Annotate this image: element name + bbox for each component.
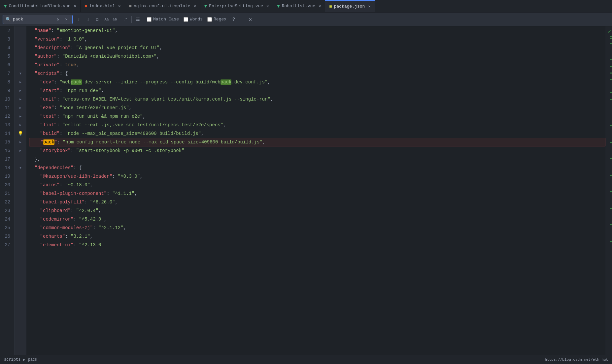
gutter-9[interactable]: ▶ (15, 86, 26, 95)
search-prev-btn[interactable]: ⇧ (75, 15, 83, 24)
tab-close-btn[interactable]: ✕ (368, 4, 370, 9)
code-line-15: "back": "npm config_report=true node --m… (29, 138, 605, 146)
code-indent (29, 86, 40, 95)
code-value: "webpack-dev-server --inline --progress … (59, 78, 267, 86)
tab-close-btn[interactable]: ✕ (319, 4, 321, 9)
code-colon: : (57, 138, 63, 146)
search-separator2 (241, 16, 241, 23)
arrow-icon-9[interactable]: ▶ (19, 89, 21, 93)
code-colon: : (73, 164, 79, 172)
right-indicator-3 (610, 43, 612, 44)
line-num-16: 16 (3, 146, 10, 155)
arrow-icon-10[interactable]: ▶ (19, 97, 21, 101)
code-value: "^2.13.0" (79, 241, 104, 249)
right-indicator-4 (610, 59, 612, 60)
code-comma: , (140, 172, 143, 181)
words-label: Words (190, 17, 203, 22)
match-case-checkbox[interactable] (147, 17, 152, 22)
gutter-7[interactable]: ▼ (15, 69, 26, 78)
gutter-16[interactable]: ▶ (15, 146, 26, 155)
search-close-btn[interactable]: ✕ (249, 16, 252, 23)
code-indent (29, 189, 40, 198)
right-indicator-6 (610, 73, 612, 74)
match-case-option[interactable]: Match Case (147, 17, 179, 22)
search-regex-icon[interactable]: .* (121, 15, 129, 24)
code-indent (29, 241, 40, 249)
code-line-18: "dependencies": { (29, 164, 605, 172)
tab-index-html[interactable]: ■ index.html ✕ (81, 0, 125, 13)
code-key: "element-ui" (40, 241, 74, 249)
tab-close-btn[interactable]: ✕ (74, 4, 76, 9)
code-comma: , (159, 44, 162, 52)
arrow-icon-11[interactable]: ▶ (19, 106, 21, 110)
gutter-13[interactable]: ▶ (15, 121, 26, 129)
tab-nginx-conf[interactable]: ■ nginx.conf.ui.template ✕ (125, 0, 200, 13)
code-colon: : (73, 241, 79, 249)
code-indent (29, 198, 40, 206)
tab-enterprise-setting[interactable]: ▼ EnterpriseSetting.vue ✕ (200, 0, 273, 13)
line-num-15: 15 (3, 138, 10, 146)
tab-label: ConditionActionBlock.vue (9, 4, 70, 9)
search-next-btn[interactable]: ⇩ (84, 15, 92, 24)
tab-robot-list[interactable]: ▼ RobotList.vue ✕ (273, 0, 325, 13)
gutter-12[interactable]: ▶ (15, 112, 26, 121)
code-comma: , (101, 86, 104, 95)
html-icon: ■ (85, 4, 87, 9)
code-value: "emotibot-general-ui" (57, 26, 115, 35)
search-case-icon[interactable]: Aa (102, 15, 111, 24)
tab-bar: ▼ ConditionActionBlock.vue ✕ ■ index.htm… (0, 0, 612, 13)
search-input[interactable] (13, 17, 52, 22)
arrow-icon-15[interactable]: ▶ (19, 140, 21, 144)
code-comma: , (270, 95, 273, 104)
fold-icon-7[interactable]: ▼ (19, 72, 21, 76)
arrow-icon-12[interactable]: ▶ (19, 114, 21, 118)
search-help-btn[interactable]: ? (232, 17, 235, 22)
code-colon: : (85, 198, 90, 206)
line-num-8: 8 (3, 78, 10, 86)
code-key: "babel-plugin-component" (40, 189, 107, 198)
code-colon: : (112, 172, 118, 181)
regex-option[interactable]: Regex (207, 17, 226, 22)
code-colon: : (51, 26, 57, 35)
right-indicator-16 (610, 224, 612, 225)
gutter-14[interactable]: 💡 (15, 129, 26, 138)
code-key: "author" (29, 52, 57, 61)
code-comma: , (98, 206, 101, 215)
gutter-18[interactable]: ▼ (15, 164, 26, 172)
line-num-26: 26 (3, 232, 10, 241)
fold-icon-18[interactable]: ▼ (19, 166, 21, 170)
search-word-icon[interactable]: ab| (112, 15, 120, 24)
code-line-17: }, (29, 155, 605, 164)
bulb-icon-14: 💡 (18, 131, 23, 136)
regex-checkbox[interactable] (207, 17, 212, 22)
tab-close-btn[interactable]: ✕ (266, 4, 269, 9)
search-filter-btn[interactable]: ☷ (134, 15, 142, 24)
arrow-icon-16[interactable]: ▶ (19, 149, 21, 153)
gutter-10[interactable]: ▶ (15, 95, 26, 104)
words-checkbox[interactable] (184, 17, 188, 22)
code-comma: , (201, 129, 204, 138)
arrow-icon-13[interactable]: ▶ (19, 123, 21, 127)
code-comma: , (85, 35, 87, 44)
words-option[interactable]: Words (184, 17, 203, 22)
code-line-11: "e2e": "node test/e2e/runner.js", (29, 104, 605, 112)
code-value: "3.2.1" (71, 232, 90, 241)
tab-close-btn[interactable]: ✕ (118, 4, 120, 9)
code-line-2: "name": "emotibot-general-ui", (29, 26, 605, 35)
gutter-20 (15, 181, 26, 189)
gutter-6 (15, 61, 26, 69)
search-select-all-btn[interactable]: ◻ (93, 15, 102, 24)
search-clear-btn[interactable]: ✕ (63, 16, 70, 23)
right-gutter: ✓ (605, 26, 612, 355)
code-comma: , (134, 189, 137, 198)
tab-package-json[interactable]: ■ package.json ✕ (325, 0, 375, 13)
arrow-icon-8[interactable]: ▶ (19, 80, 21, 84)
tab-close-btn[interactable]: ✕ (194, 4, 196, 9)
gutter-15[interactable]: ▶ (15, 138, 26, 146)
gutter-8[interactable]: ▶ (15, 78, 26, 86)
code-value: "eslint --ext .js,.vue src test/unit/spe… (62, 121, 223, 129)
code-line-22: "babel-polyfill": "^6.26.0", (29, 198, 605, 206)
tab-condition-action-block[interactable]: ▼ ConditionActionBlock.vue ✕ (0, 0, 81, 13)
search-refresh-btn[interactable]: ↻ (54, 16, 61, 23)
gutter-11[interactable]: ▶ (15, 104, 26, 112)
